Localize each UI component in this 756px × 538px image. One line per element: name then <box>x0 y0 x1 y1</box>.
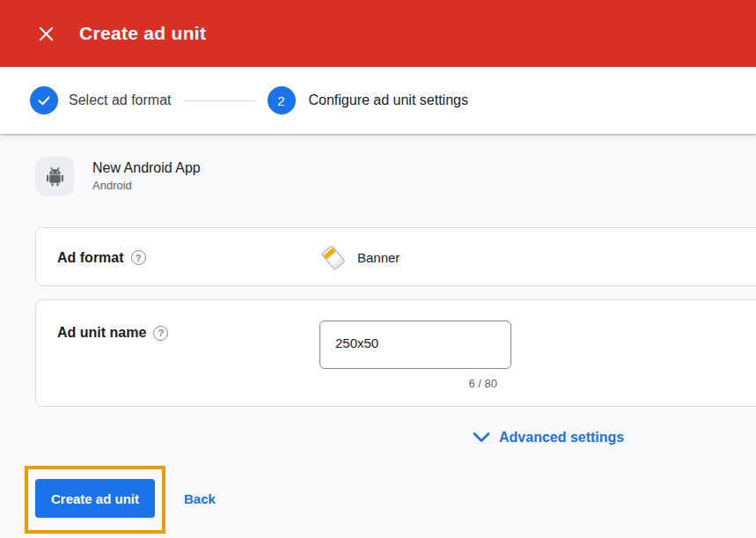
highlight-annotation-box: Create ad unit <box>25 466 165 534</box>
step-configure-ad-unit-settings[interactable]: 2 Configure ad unit settings <box>268 86 468 114</box>
ad-format-label: Ad format <box>57 250 124 266</box>
stepper: Select ad format 2 Configure ad unit set… <box>0 67 756 134</box>
ad-unit-name-input[interactable] <box>319 321 511 369</box>
advanced-settings-toggle[interactable]: Advanced settings <box>472 430 624 446</box>
content-area: New Android App Android Ad format ? Bann… <box>0 134 756 538</box>
ad-format-card: Ad format ? Banner <box>35 227 756 286</box>
android-icon <box>35 157 74 195</box>
app-name: New Android App <box>92 160 201 176</box>
close-icon[interactable] <box>35 23 56 44</box>
advanced-settings-label: Advanced settings <box>499 430 624 446</box>
step-select-ad-format[interactable]: Select ad format <box>30 86 172 114</box>
step-label: Configure ad unit settings <box>309 92 468 108</box>
ad-format-value-text: Banner <box>357 250 400 265</box>
app-platform: Android <box>92 179 201 192</box>
ad-unit-name-label: Ad unit name <box>57 325 146 341</box>
dialog-header: Create ad unit <box>0 0 756 67</box>
step-number-badge: 2 <box>268 86 296 114</box>
char-counter: 6 / 80 <box>319 377 511 390</box>
ad-format-value: Banner <box>319 228 400 287</box>
page-title: Create ad unit <box>79 23 206 44</box>
step-connector-line <box>184 100 256 101</box>
banner-icon <box>319 244 348 272</box>
create-ad-unit-button[interactable]: Create ad unit <box>35 479 155 518</box>
chevron-down-icon <box>472 431 491 444</box>
app-info: New Android App Android <box>35 157 201 195</box>
help-icon[interactable]: ? <box>153 326 168 341</box>
back-link[interactable]: Back <box>184 491 216 506</box>
step-label: Select ad format <box>69 92 172 108</box>
ad-unit-name-card: Ad unit name ? 6 / 80 <box>35 299 756 407</box>
step-completed-check-icon <box>30 86 58 114</box>
help-icon[interactable]: ? <box>131 250 146 265</box>
